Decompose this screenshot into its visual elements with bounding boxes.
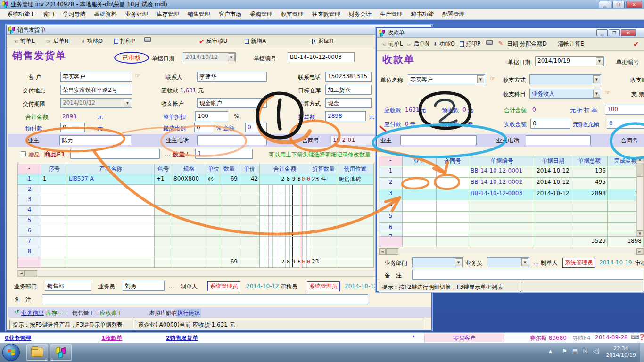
- cell[interactable]: [260, 206, 310, 216]
- contact-input[interactable]: 李建华: [197, 72, 267, 82]
- cell-doc-no[interactable]: BB-14-10-12-0001: [469, 166, 535, 178]
- r-printer-button[interactable]: [486, 40, 493, 45]
- cell[interactable]: [206, 216, 219, 226]
- settle-input[interactable]: 现金: [325, 98, 372, 108]
- cell[interactable]: [239, 216, 260, 226]
- cell[interactable]: [155, 237, 172, 247]
- cell[interactable]: [206, 237, 219, 247]
- scroll-right-icon[interactable]: ►: [636, 248, 643, 255]
- cell[interactable]: [239, 195, 260, 206]
- cell[interactable]: [155, 195, 172, 206]
- add-new-button[interactable]: 新增A: [245, 37, 266, 45]
- cell[interactable]: [260, 247, 310, 257]
- cell[interactable]: [310, 206, 337, 216]
- cell[interactable]: [239, 237, 260, 247]
- cell[interactable]: [219, 206, 239, 216]
- cell[interactable]: [67, 237, 155, 247]
- cell[interactable]: [337, 216, 374, 226]
- doc-date-combo[interactable]: 2014/10/12▼: [183, 52, 236, 62]
- cell[interactable]: [310, 185, 337, 195]
- cell[interactable]: [260, 237, 310, 247]
- address-input[interactable]: 荣昌安富镇和平路2号: [60, 85, 132, 95]
- r-maker-badge[interactable]: 系统管理员: [562, 258, 595, 268]
- dropdown-icon[interactable]: ▼: [477, 75, 484, 83]
- cell[interactable]: [219, 216, 239, 226]
- scroll-left-icon[interactable]: ◄: [379, 248, 386, 255]
- cell[interactable]: [67, 195, 155, 206]
- r-dept-combo[interactable]: ▼: [412, 257, 463, 267]
- cell[interactable]: [260, 195, 310, 206]
- menu-item-window[interactable]: 窗口: [39, 9, 59, 19]
- unapprove-button[interactable]: ✔反审核U: [199, 37, 228, 45]
- cell[interactable]: [310, 195, 337, 206]
- gift-checkbox[interactable]: [21, 151, 26, 156]
- clear-calc-button[interactable]: 清帐计算E: [558, 40, 584, 48]
- scroll-down-icon[interactable]: ▼: [637, 230, 643, 237]
- minimize-button[interactable]: ▁: [599, 1, 611, 8]
- nav-receipt-link[interactable]: 1收款单: [101, 334, 122, 342]
- nav-main-link[interactable]: 0业务管理: [5, 334, 31, 342]
- cell-amount[interactable]: 495: [571, 178, 608, 189]
- cell[interactable]: [337, 237, 374, 247]
- actual-input[interactable]: 0: [530, 119, 570, 129]
- cell-owner[interactable]: [403, 189, 437, 200]
- menu-item-production[interactable]: 生产管理: [376, 9, 407, 19]
- restore-button[interactable]: ❐: [612, 1, 625, 8]
- scroll-thumb[interactable]: [25, 270, 37, 276]
- cell[interactable]: [41, 237, 67, 247]
- contract-value[interactable]: 10-2-01: [330, 135, 378, 145]
- salesman-more-button[interactable]: ...: [169, 283, 174, 289]
- scroll-left-icon[interactable]: ◄: [18, 270, 25, 276]
- cell[interactable]: [260, 216, 310, 226]
- row-num[interactable]: 8: [18, 247, 41, 257]
- cell-contract[interactable]: [437, 189, 469, 200]
- print-button[interactable]: 打印P: [114, 37, 135, 45]
- cell[interactable]: [337, 185, 374, 195]
- cell[interactable]: [337, 195, 374, 206]
- cell[interactable]: [155, 247, 172, 257]
- cell[interactable]: [403, 212, 437, 223]
- owner-phone-input[interactable]: [197, 135, 267, 145]
- date-alloc-button[interactable]: 日期 分配金额D: [507, 40, 547, 48]
- stock-link[interactable]: 库存~~: [46, 309, 66, 317]
- r-salesman-combo[interactable]: ▼: [487, 257, 529, 267]
- dropdown-icon[interactable]: ▼: [521, 258, 528, 266]
- receipt-restore-button[interactable]: ❐: [609, 29, 620, 36]
- cell[interactable]: [219, 247, 239, 257]
- cell-doc-no[interactable]: BB-14-10-12-0002: [469, 178, 535, 189]
- menu-item-business[interactable]: 业务处理: [121, 9, 152, 19]
- menu-item-payment[interactable]: 收支管理: [277, 9, 308, 19]
- finger-icon[interactable]: ☞: [490, 75, 495, 82]
- dept-input[interactable]: 销售部: [45, 281, 91, 291]
- row-num[interactable]: 3: [379, 189, 403, 200]
- offset-input[interactable]: 0: [607, 119, 644, 129]
- r-print-button[interactable]: 打印P: [460, 40, 480, 48]
- cell[interactable]: [219, 195, 239, 206]
- cell-seq[interactable]: 1: [41, 174, 67, 185]
- finger-icon[interactable]: ☞: [605, 89, 611, 96]
- confirm-check-icon[interactable]: ✔: [633, 40, 639, 49]
- status-nav-f4[interactable]: 导航F4: [572, 334, 591, 342]
- cell[interactable]: [437, 212, 469, 223]
- product-input[interactable]: [70, 149, 160, 159]
- cell[interactable]: [67, 226, 155, 237]
- cell[interactable]: [172, 237, 206, 247]
- cell[interactable]: [41, 247, 67, 257]
- cell[interactable]: [310, 247, 337, 257]
- cell-owner[interactable]: [403, 166, 437, 178]
- taskbar-clock[interactable]: 22:34 2014/10/19: [605, 346, 636, 359]
- cell[interactable]: [310, 237, 337, 247]
- cell[interactable]: [260, 226, 310, 237]
- refresh-icon[interactable]: ↺: [14, 309, 19, 315]
- row-num[interactable]: 5: [18, 216, 41, 226]
- dropdown-icon[interactable]: ▼: [596, 57, 603, 65]
- receipt-vscrollbar[interactable]: ▲ ▼: [636, 156, 644, 237]
- menu-item-secretary[interactable]: 秘书功能: [407, 9, 438, 19]
- function-button[interactable]: ⬇功能O: [81, 37, 103, 45]
- row-num[interactable]: 2: [18, 185, 41, 195]
- r-owner-input[interactable]: [400, 135, 477, 145]
- taskbar-explorer-button[interactable]: [26, 344, 48, 361]
- receipt-close-button[interactable]: ✕: [621, 29, 636, 36]
- cell[interactable]: [172, 247, 206, 257]
- keyboard-icon[interactable]: ⌨: [631, 334, 639, 340]
